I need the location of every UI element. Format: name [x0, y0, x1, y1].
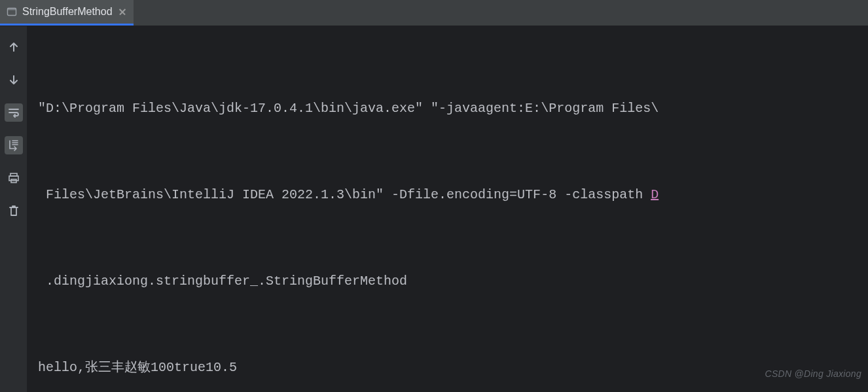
watermark: CSDN @Ding Jiaxiong — [765, 359, 861, 388]
tab-stringbuffermethod[interactable]: StringBufferMethod — [0, 0, 134, 26]
console-output[interactable]: "D:\Program Files\Java\jdk-17.0.4.1\bin\… — [27, 26, 868, 392]
tab-title: StringBufferMethod — [22, 6, 113, 18]
svg-rect-3 — [9, 176, 18, 181]
scroll-down-icon[interactable] — [5, 71, 23, 89]
classpath-link[interactable]: D — [651, 187, 659, 202]
print-icon[interactable] — [5, 169, 23, 187]
command-line-1: "D:\Program Files\Java\jdk-17.0.4.1\bin\… — [38, 94, 865, 123]
command-line-2: Files\JetBrains\IntelliJ IDEA 2022.1.3\b… — [38, 181, 865, 209]
scroll-up-icon[interactable] — [5, 38, 23, 56]
output-line: hello,张三丰赵敏100true10.5 — [38, 353, 865, 382]
console-gutter — [0, 26, 27, 392]
trash-icon[interactable] — [5, 202, 23, 220]
run-config-icon — [7, 7, 17, 17]
tab-bar: StringBufferMethod — [0, 0, 868, 26]
main-area: "D:\Program Files\Java\jdk-17.0.4.1\bin\… — [0, 26, 868, 392]
scroll-to-end-icon[interactable] — [5, 136, 23, 154]
svg-rect-1 — [8, 9, 16, 10]
close-icon[interactable] — [118, 7, 127, 16]
soft-wrap-icon[interactable] — [5, 103, 23, 122]
command-line-3: .dingjiaxiong.stringbuffer_.StringBuffer… — [38, 267, 865, 296]
